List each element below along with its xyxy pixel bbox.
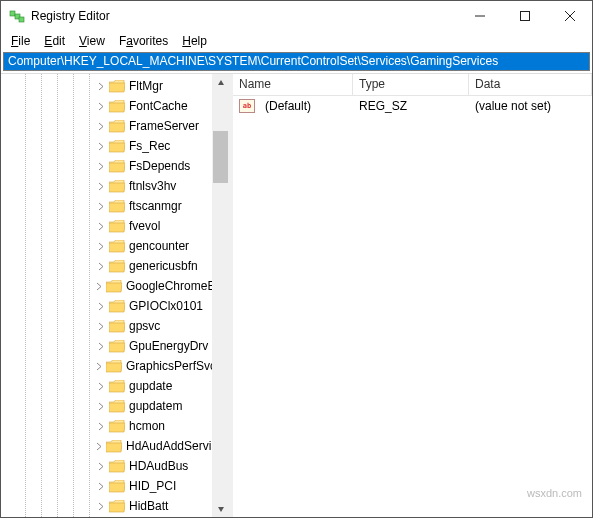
svg-marker-7: [218, 80, 224, 85]
scroll-track[interactable]: [212, 91, 229, 500]
tree-item[interactable]: gpsvc: [1, 316, 212, 336]
tree-item[interactable]: GoogleChromeEl: [1, 276, 212, 296]
close-button[interactable]: [547, 1, 592, 31]
tree-item-label: GoogleChromeEl: [126, 279, 212, 293]
cell-name: (Default): [259, 99, 353, 113]
expander-icon[interactable]: [95, 240, 107, 252]
folder-icon: [109, 460, 125, 473]
expander-icon[interactable]: [95, 140, 107, 152]
expander-icon[interactable]: [95, 440, 104, 452]
expander-icon[interactable]: [95, 200, 107, 212]
tree-item[interactable]: gupdatem: [1, 396, 212, 416]
folder-icon: [109, 140, 125, 153]
content-area: FltMgrFontCacheFrameServerFs_RecFsDepend…: [1, 73, 592, 517]
expander-icon[interactable]: [95, 380, 107, 392]
tree-item[interactable]: FltMgr: [1, 76, 212, 96]
tree-item[interactable]: HdAudAddServic: [1, 436, 212, 456]
tree-item-label: Fs_Rec: [129, 139, 170, 153]
menu-view[interactable]: View: [73, 32, 111, 50]
folder-icon: [109, 400, 125, 413]
tree-item[interactable]: FontCache: [1, 96, 212, 116]
svg-marker-8: [218, 507, 224, 512]
tree-item[interactable]: HidBatt: [1, 496, 212, 516]
folder-icon: [109, 220, 125, 233]
folder-icon: [106, 280, 122, 293]
minimize-button[interactable]: [457, 1, 502, 31]
maximize-button[interactable]: [502, 1, 547, 31]
folder-icon: [109, 320, 125, 333]
expander-icon[interactable]: [95, 340, 107, 352]
folder-icon: [109, 180, 125, 193]
folder-icon: [106, 360, 122, 373]
window-title: Registry Editor: [31, 9, 457, 23]
menu-favorites[interactable]: Favorites: [113, 32, 174, 50]
tree-item-label: HdAudAddServic: [126, 439, 212, 453]
tree-item[interactable]: GpuEnergyDrv: [1, 336, 212, 356]
svg-rect-0: [10, 11, 15, 16]
col-type[interactable]: Type: [353, 74, 469, 95]
expander-icon[interactable]: [95, 500, 107, 512]
expander-icon[interactable]: [95, 260, 107, 272]
tree-item-label: gupdatem: [129, 399, 182, 413]
expander-icon[interactable]: [95, 460, 107, 472]
expander-icon[interactable]: [95, 320, 107, 332]
folder-icon: [109, 120, 125, 133]
tree-pane: FltMgrFontCacheFrameServerFs_RecFsDepend…: [1, 74, 229, 517]
tree-scrollbar[interactable]: [212, 74, 229, 517]
tree-item[interactable]: gencounter: [1, 236, 212, 256]
col-name[interactable]: Name: [233, 74, 353, 95]
expander-icon[interactable]: [95, 220, 107, 232]
menu-help[interactable]: Help: [176, 32, 213, 50]
svg-rect-2: [19, 17, 24, 22]
folder-icon: [109, 240, 125, 253]
tree-item[interactable]: ftnlsv3hv: [1, 176, 212, 196]
scroll-down-button[interactable]: [212, 500, 229, 517]
scroll-up-button[interactable]: [212, 74, 229, 91]
cell-data: (value not set): [469, 99, 557, 113]
tree-item[interactable]: FrameServer: [1, 116, 212, 136]
expander-icon[interactable]: [95, 480, 107, 492]
tree-item[interactable]: GPIOClx0101: [1, 296, 212, 316]
expander-icon[interactable]: [95, 360, 104, 372]
tree-item[interactable]: genericusbfn: [1, 256, 212, 276]
tree-item[interactable]: hcmon: [1, 416, 212, 436]
tree-item[interactable]: gupdate: [1, 376, 212, 396]
tree-item-label: FltMgr: [129, 79, 163, 93]
tree-item[interactable]: Fs_Rec: [1, 136, 212, 156]
folder-icon: [109, 260, 125, 273]
tree-item[interactable]: HDAudBus: [1, 456, 212, 476]
tree-item-label: gupdate: [129, 379, 172, 393]
value-row[interactable]: ab(Default)REG_SZ(value not set): [233, 96, 592, 116]
expander-icon[interactable]: [95, 280, 104, 292]
expander-icon[interactable]: [95, 400, 107, 412]
tree[interactable]: FltMgrFontCacheFrameServerFs_RecFsDepend…: [1, 74, 212, 517]
expander-icon[interactable]: [95, 160, 107, 172]
menu-edit[interactable]: Edit: [38, 32, 71, 50]
title-bar: Registry Editor: [1, 1, 592, 31]
scroll-thumb[interactable]: [213, 131, 228, 183]
tree-item[interactable]: HID_PCI: [1, 476, 212, 496]
expander-icon[interactable]: [95, 80, 107, 92]
expander-icon[interactable]: [95, 180, 107, 192]
folder-icon: [109, 80, 125, 93]
expander-icon[interactable]: [95, 120, 107, 132]
tree-item-label: ftnlsv3hv: [129, 179, 176, 193]
tree-item-label: genericusbfn: [129, 259, 198, 273]
cell-type: REG_SZ: [353, 99, 469, 113]
tree-item[interactable]: ftscanmgr: [1, 196, 212, 216]
tree-item[interactable]: FsDepends: [1, 156, 212, 176]
list-header[interactable]: Name Type Data: [233, 74, 592, 96]
tree-item[interactable]: fvevol: [1, 216, 212, 236]
expander-icon[interactable]: [95, 100, 107, 112]
string-value-icon: ab: [239, 99, 255, 113]
expander-icon[interactable]: [95, 420, 107, 432]
col-data[interactable]: Data: [469, 74, 592, 95]
address-bar[interactable]: Computer\HKEY_LOCAL_MACHINE\SYSTEM\Curre…: [3, 52, 590, 71]
tree-item[interactable]: GraphicsPerfSvc: [1, 356, 212, 376]
folder-icon: [109, 340, 125, 353]
menu-file[interactable]: File: [5, 32, 36, 50]
tree-item[interactable]: HidBth: [1, 516, 212, 517]
app-icon: [9, 8, 25, 24]
tree-item-label: GPIOClx0101: [129, 299, 203, 313]
expander-icon[interactable]: [95, 300, 107, 312]
